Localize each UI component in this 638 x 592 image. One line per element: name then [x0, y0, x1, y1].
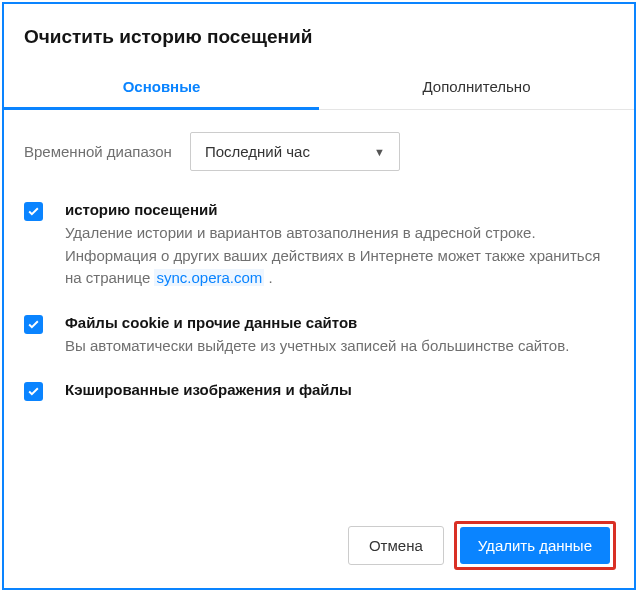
- option-desc: Удаление истории и вариантов автозаполне…: [65, 222, 614, 290]
- dialog-footer: Отмена Удалить данные: [4, 503, 634, 588]
- confirm-button[interactable]: Удалить данные: [460, 527, 610, 564]
- tabs: Основные Дополнительно: [4, 66, 634, 110]
- clear-history-dialog: Очистить историю посещений Основные Допо…: [2, 2, 636, 590]
- cancel-button[interactable]: Отмена: [348, 526, 444, 565]
- time-range-selected: Последний час: [205, 143, 310, 160]
- option-cookies: Файлы cookie и прочие данные сайтов Вы а…: [24, 314, 614, 358]
- option-history: историю посещений Удаление истории и вар…: [24, 201, 614, 290]
- time-range-label: Временной диапазон: [24, 143, 172, 160]
- chevron-down-icon: ▼: [374, 146, 385, 158]
- checkbox-cookies[interactable]: [24, 315, 43, 334]
- dialog-content: Временной диапазон Последний час ▼ истор…: [4, 110, 634, 503]
- option-title: Кэшированные изображения и файлы: [65, 381, 614, 398]
- option-desc: Вы автоматически выйдете из учетных запи…: [65, 335, 614, 358]
- check-icon: [27, 385, 40, 398]
- sync-link[interactable]: sync.opera.com: [154, 269, 264, 286]
- tab-basic[interactable]: Основные: [4, 66, 319, 109]
- time-range-row: Временной диапазон Последний час ▼: [24, 132, 614, 171]
- confirm-button-highlight: Удалить данные: [454, 521, 616, 570]
- check-icon: [27, 205, 40, 218]
- option-title: Файлы cookie и прочие данные сайтов: [65, 314, 614, 331]
- option-title: историю посещений: [65, 201, 614, 218]
- option-body: Кэшированные изображения и файлы: [65, 381, 614, 402]
- time-range-select[interactable]: Последний час ▼: [190, 132, 400, 171]
- option-body: историю посещений Удаление истории и вар…: [65, 201, 614, 290]
- tab-advanced[interactable]: Дополнительно: [319, 66, 634, 109]
- checkbox-cache[interactable]: [24, 382, 43, 401]
- option-cache: Кэшированные изображения и файлы: [24, 381, 614, 402]
- checkbox-history[interactable]: [24, 202, 43, 221]
- dialog-title: Очистить историю посещений: [4, 4, 634, 66]
- check-icon: [27, 318, 40, 331]
- option-body: Файлы cookie и прочие данные сайтов Вы а…: [65, 314, 614, 358]
